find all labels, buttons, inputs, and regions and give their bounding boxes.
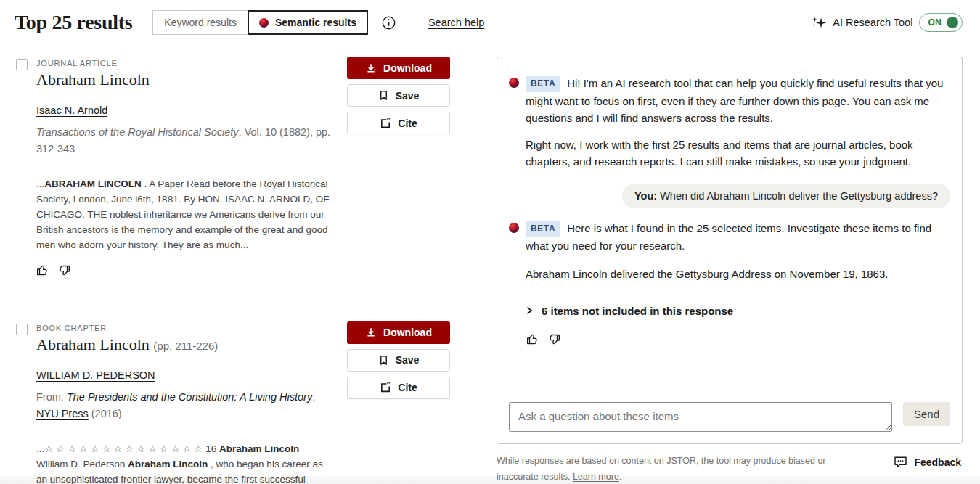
result-2-main: BOOK CHAPTER Abraham Lincoln (pp. 211-22…	[36, 321, 331, 484]
download-button[interactable]: Download	[347, 321, 450, 344]
bookmark-icon	[378, 355, 389, 366]
result-title-link[interactable]: Abraham Lincoln	[36, 70, 331, 89]
ai-tool-toggle[interactable]: ON	[919, 13, 963, 32]
results-header: Top 25 results Keyword results Semantic …	[0, 0, 980, 42]
thumbs-up-icon[interactable]	[36, 264, 49, 276]
author-link[interactable]: WILLIAM D. PEDERSON	[36, 369, 155, 381]
panel-footer: While responses are based on content on …	[497, 454, 963, 484]
feedback-button[interactable]: Feedback	[894, 456, 961, 469]
svg-text:”: ”	[386, 118, 391, 124]
beta-badge: BETA	[526, 76, 560, 92]
download-icon	[365, 327, 377, 338]
cite-button[interactable]: ” Cite	[347, 112, 450, 134]
book-title-link[interactable]: The Presidents and the Constitution: A L…	[67, 391, 312, 403]
result-2-checkbox[interactable]	[16, 324, 28, 335]
ai-avatar-icon	[509, 223, 519, 233]
result-1-main: JOURNAL ARTICLE Abraham Lincoln Isaac N.…	[36, 57, 331, 276]
ai-chat-panel: BETAHi! I'm an AI research tool that can…	[497, 57, 963, 444]
page-title: Top 25 results	[15, 11, 132, 34]
sparkles-icon	[812, 16, 826, 30]
chevron-right-icon	[526, 305, 534, 316]
result-item-2: BOOK CHAPTER Abraham Lincoln (pp. 211-22…	[15, 321, 450, 484]
result-type-label: JOURNAL ARTICLE	[36, 59, 331, 67]
cite-icon: ”	[380, 382, 391, 393]
bookmark-icon	[378, 90, 389, 101]
ai-message-1-body: BETAHi! I'm an AI research tool that can…	[526, 75, 950, 171]
ai-response-feedback	[526, 333, 950, 345]
result-1-feedback	[36, 264, 331, 276]
result-snippet: ...ABRAHAM LINCOLN . A Paper Read before…	[36, 177, 331, 253]
cite-button[interactable]: ” Cite	[347, 377, 450, 399]
question-input-row: Send	[509, 402, 950, 432]
save-button[interactable]: Save	[347, 349, 450, 372]
result-snippet: ...☆ ☆ ☆ ☆ ☆ ☆ ☆ ☆ ☆ ☆ ☆ ☆ ☆ ☆ 16 Abraha…	[36, 442, 331, 484]
beta-badge: BETA	[526, 221, 560, 237]
publisher-link[interactable]: NYU Press	[36, 408, 89, 419]
search-help-link[interactable]: Search help	[428, 17, 484, 28]
source-citation: From: The Presidents and the Constitutio…	[36, 389, 331, 422]
learn-more-link[interactable]: Learn more	[573, 472, 619, 482]
user-message-row: You: When did Abraham Lincoln deliver th…	[509, 184, 950, 208]
send-button[interactable]: Send	[903, 402, 950, 426]
items-not-included-expander[interactable]: 6 items not included in this response	[526, 305, 733, 317]
ai-research-panel-area: BETAHi! I'm an AI research tool that can…	[497, 48, 963, 484]
result-item-1: JOURNAL ARTICLE Abraham Lincoln Isaac N.…	[15, 57, 450, 276]
keyword-results-button[interactable]: Keyword results	[152, 10, 248, 35]
toggle-state-label: ON	[928, 17, 942, 28]
info-icon[interactable]	[381, 15, 396, 30]
save-button[interactable]: Save	[347, 84, 450, 107]
ai-avatar-icon	[509, 78, 519, 88]
user-message-bubble: You: When did Abraham Lincoln deliver th…	[622, 184, 950, 208]
disclaimer-text: While responses are based on content on …	[497, 454, 863, 484]
download-button[interactable]: Download	[347, 57, 450, 79]
result-1-checkbox[interactable]	[16, 59, 28, 70]
semantic-sphere-icon	[259, 18, 269, 28]
ai-answer: Abraham Lincoln delivered the Gettysburg…	[526, 266, 950, 282]
ai-message-2-body: BETAHere is what I found in the 25 selec…	[526, 220, 950, 345]
result-1-actions: Download Save ” Cite	[347, 57, 450, 134]
results-mode-switcher: Keyword results Semantic results	[152, 10, 368, 35]
result-type-label: BOOK CHAPTER	[36, 324, 331, 332]
ai-tool-label: AI Research Tool	[833, 17, 912, 28]
results-list: JOURNAL ARTICLE Abraham Lincoln Isaac N.…	[15, 48, 450, 484]
download-icon	[365, 62, 377, 74]
ai-research-tool-control: AI Research Tool ON	[812, 13, 963, 32]
main-content: JOURNAL ARTICLE Abraham Lincoln Isaac N.…	[0, 42, 980, 484]
question-input[interactable]	[509, 402, 892, 432]
ai-message-2: BETAHere is what I found in the 25 selec…	[509, 220, 950, 345]
cite-icon: ”	[380, 118, 391, 129]
feedback-bubble-icon	[894, 456, 907, 469]
semantic-results-button[interactable]: Semantic results	[248, 10, 368, 35]
thumbs-down-icon[interactable]	[548, 333, 560, 345]
result-pages: (pp. 211-226)	[153, 340, 218, 352]
thumbs-up-icon[interactable]	[526, 333, 539, 345]
result-title-link[interactable]: Abraham Lincoln (pp. 211-226)	[36, 335, 331, 354]
thumbs-down-icon[interactable]	[58, 264, 70, 276]
source-citation: Transactions of the Royal Historical Soc…	[36, 124, 331, 157]
author-link[interactable]: Isaac N. Arnold	[36, 104, 107, 116]
toggle-knob	[947, 17, 958, 28]
ai-message-1: BETAHi! I'm an AI research tool that can…	[509, 75, 950, 171]
svg-text:”: ”	[386, 382, 391, 388]
result-2-actions: Download Save ” Cite	[347, 321, 450, 399]
